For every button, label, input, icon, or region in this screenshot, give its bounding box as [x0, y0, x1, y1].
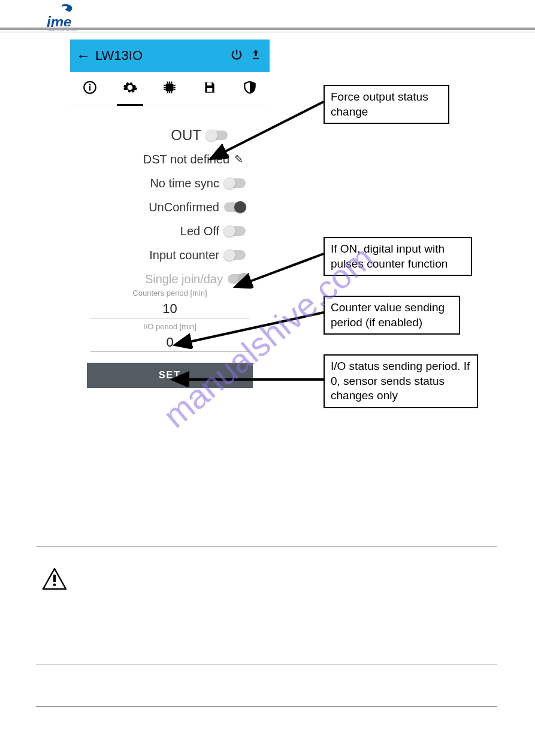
svg-point-23 — [53, 584, 56, 587]
divider-1 — [36, 546, 497, 546]
svg-rect-22 — [53, 575, 56, 582]
divider-2 — [36, 664, 497, 664]
svg-line-18 — [222, 102, 324, 153]
svg-line-19 — [247, 254, 324, 283]
divider-3 — [36, 706, 497, 707]
warning-icon — [42, 567, 67, 593]
annotation-arrows — [0, 0, 535, 539]
svg-line-20 — [187, 312, 324, 342]
